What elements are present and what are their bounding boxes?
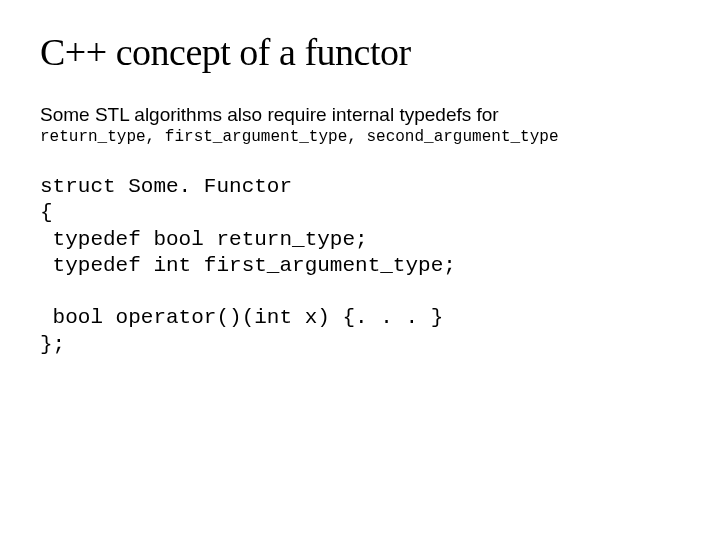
typedef-types-line: return_type, first_argument_type, second… [40,128,680,146]
code-block: struct Some. Functor { typedef bool retu… [40,174,680,358]
intro-text: Some STL algorithms also require interna… [40,104,680,126]
slide: C++ concept of a functor Some STL algori… [0,0,720,540]
slide-title: C++ concept of a functor [40,30,680,74]
